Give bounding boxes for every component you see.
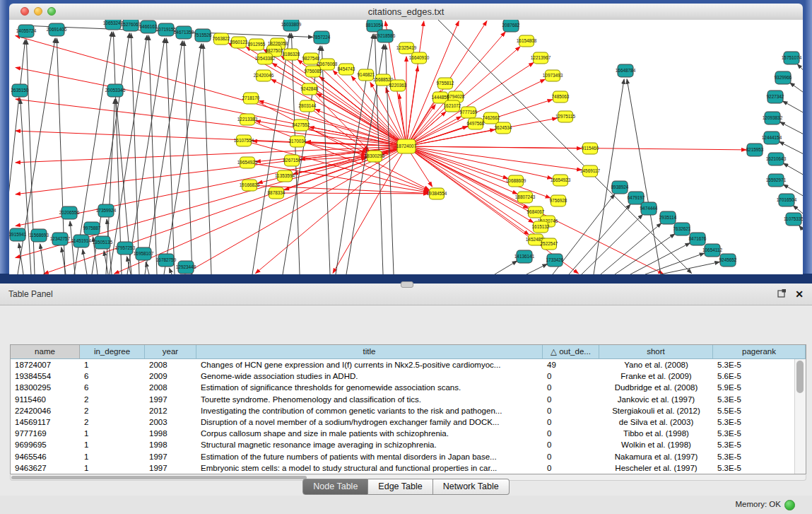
cell-name[interactable]: 9699695 [11, 439, 80, 450]
graph-node[interactable]: 9756928 [550, 195, 567, 206]
cell-short[interactable]: Tibbo et al. (1998) [599, 428, 713, 439]
cell-out_degree[interactable]: 0 [543, 451, 599, 462]
cell-out_degree[interactable]: 0 [543, 382, 599, 393]
graph-node[interactable]: 18807243 [515, 192, 536, 203]
graph-node[interactable]: 6497568 [467, 118, 485, 129]
cell-title[interactable]: Investigating the contribution of common… [196, 405, 543, 416]
graph-node[interactable]: 1615132 [532, 221, 550, 233]
cell-year[interactable]: 1997 [145, 451, 196, 462]
cell-out_degree[interactable]: 0 [543, 416, 599, 428]
cell-pagerank[interactable]: 5.3E-5 [713, 394, 806, 405]
vertical-scrollbar-thumb[interactable] [796, 361, 804, 393]
cell-pagerank[interactable]: 5.3E-5 [713, 451, 806, 462]
graph-node[interactable]: 10973493 [543, 70, 563, 81]
graph-node[interactable]: 16654923 [551, 175, 571, 186]
cell-name[interactable]: 14569117 [11, 416, 80, 428]
cell-short[interactable]: Yano et al. (2008) [599, 359, 713, 370]
cell-year[interactable]: 2008 [145, 359, 196, 370]
cell-year[interactable]: 1998 [145, 428, 196, 439]
cell-in_degree[interactable]: 6 [80, 370, 145, 382]
graph-node[interactable]: 3915941 [9, 228, 27, 241]
cell-out_degree[interactable]: 0 [543, 439, 599, 450]
graph-node[interactable]: 12213967 [531, 52, 551, 64]
cell-in_degree[interactable]: 1 [80, 462, 145, 474]
cell-name[interactable]: 18300295 [11, 382, 80, 393]
graph-node[interactable]: 11353594 [275, 170, 295, 182]
graph-node[interactable]: 12975115 [555, 111, 575, 122]
graph-node[interactable]: 12093832 [763, 112, 783, 124]
graph-node[interactable]: 18724007 [396, 139, 417, 153]
column-header-in_degree[interactable]: in_degree [80, 345, 145, 359]
graph-node[interactable]: 12444154 [762, 132, 782, 144]
graph-node[interactable]: 8960123 [230, 37, 248, 48]
graph-node[interactable]: 1621072 [444, 100, 461, 112]
cell-title[interactable]: Estimation of significance thresholds fo… [196, 382, 543, 393]
graph-node[interactable]: 8215953 [746, 144, 764, 156]
graph-node[interactable]: 3624534 [495, 122, 512, 134]
column-header-name[interactable]: name [11, 345, 80, 359]
cell-title[interactable]: Estimation of the future numbers of pati… [196, 451, 543, 462]
cell-in_degree[interactable]: 1 [80, 359, 145, 370]
cell-pagerank[interactable]: 5.6E-5 [713, 370, 806, 382]
cell-short[interactable]: Nakamura et al. (1997) [599, 451, 713, 462]
graph-node[interactable]: 16033809 [281, 20, 302, 31]
column-header-out_degree[interactable]: △ out_de... [543, 345, 599, 359]
cell-in_degree[interactable]: 2 [80, 394, 145, 405]
graph-node[interactable]: 15592971 [766, 174, 787, 187]
cell-short[interactable]: Hescheler et al. (1997) [599, 462, 713, 474]
vertical-scrollbar[interactable] [794, 359, 806, 474]
cell-out_degree[interactable]: 0 [543, 405, 599, 416]
graph-node[interactable]: 16640910 [409, 52, 430, 64]
graph-node[interactable]: 8878334 [268, 187, 286, 199]
graph-node[interactable]: 19384554 [427, 188, 447, 199]
graph-node[interactable]: 9755812 [437, 78, 454, 89]
cell-pagerank[interactable]: 5.3E-5 [713, 439, 806, 450]
graph-node[interactable]: 8186328 [283, 49, 300, 60]
cell-out_degree[interactable]: 0 [543, 394, 599, 405]
table-row[interactable]: 1938455462009Genome-wide association stu… [11, 370, 806, 382]
table-row[interactable]: 2242004622012Investigating the contribut… [11, 405, 806, 416]
cell-short[interactable]: Wolkin et al. (1998) [599, 439, 713, 450]
graph-node[interactable]: 2718170 [242, 93, 260, 104]
close-panel-icon[interactable]: ✕ [795, 289, 804, 299]
graph-node[interactable]: 11568693 [29, 229, 49, 242]
cell-pagerank[interactable]: 5.3E-5 [713, 416, 806, 428]
graph-node[interactable]: 15276067 [121, 20, 141, 31]
cell-in_degree[interactable]: 2 [80, 416, 145, 428]
table-row[interactable]: 1456911722003Disruption of a novel membe… [11, 416, 806, 428]
table-row[interactable]: 946362711997Embryonic stem cells: a mode… [11, 462, 806, 474]
graph-node[interactable]: 9329966 [775, 71, 792, 84]
graph-node[interactable]: 7663822 [213, 33, 230, 45]
graph-node[interactable]: 9777169 [460, 107, 478, 118]
cell-name[interactable]: 9465546 [11, 451, 80, 462]
graph-node[interactable]: 7485063 [552, 91, 570, 103]
cell-short[interactable]: de Silva et al. (2003) [599, 416, 713, 428]
window-titlebar[interactable]: citations_edges.txt [9, 4, 803, 21]
cell-title[interactable]: Genome-wide association studies in ADHD. [196, 370, 543, 382]
cell-year[interactable]: 2009 [145, 370, 196, 382]
cell-name[interactable]: 22420046 [11, 405, 80, 416]
graph-node[interactable]: 1733426 [546, 254, 564, 267]
graph-node[interactable]: 9975887 [83, 222, 101, 235]
cell-pagerank[interactable]: 5.3E-5 [713, 359, 806, 370]
network-canvas[interactable]: 1872400789601238912955182260589827503818… [9, 20, 803, 274]
cell-pagerank[interactable]: 5.5E-5 [713, 405, 806, 416]
graph-node[interactable]: 10688609 [506, 175, 526, 187]
graph-node[interactable]: 8454743 [338, 64, 355, 75]
graph-node[interactable]: 20053346 [105, 84, 126, 97]
table-row[interactable]: 911546021997Tourette syndrome. Phenomeno… [11, 394, 806, 405]
column-header-title[interactable]: title [196, 345, 543, 359]
cell-title[interactable]: Disruption of a novel member of a sodium… [196, 416, 543, 428]
graph-node[interactable]: 14055724 [16, 25, 37, 37]
cell-title[interactable]: Tourette syndrome. Phenomenology and cla… [196, 394, 543, 405]
graph-node[interactable]: 2087682 [502, 20, 520, 32]
graph-node[interactable]: 14569117 [580, 165, 600, 177]
graph-node[interactable]: 15751074 [782, 52, 802, 64]
graph-node[interactable]: 8938924 [611, 181, 629, 194]
cell-in_degree[interactable]: 1 [80, 428, 145, 439]
graph-node[interactable]: 16782759 [156, 254, 177, 267]
cell-name[interactable]: 19384554 [11, 370, 80, 382]
cell-short[interactable]: Jankovic et al. (1997) [599, 394, 713, 405]
graph-node[interactable]: 10543382 [255, 53, 276, 64]
cell-pagerank[interactable]: 5.9E-5 [713, 382, 806, 393]
